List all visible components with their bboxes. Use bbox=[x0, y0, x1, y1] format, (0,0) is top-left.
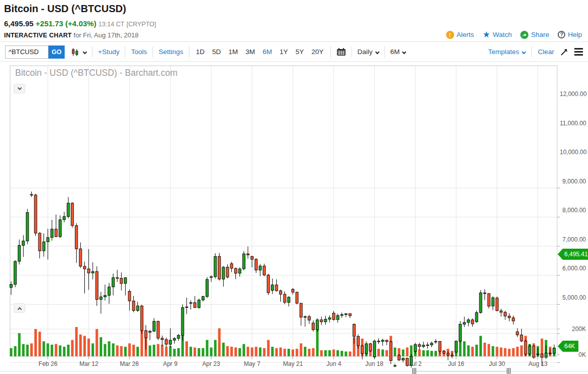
date-axis-label: Apr 23 bbox=[195, 360, 227, 367]
price-axis-label: 10,000.00 bbox=[560, 149, 586, 156]
barchart-interactive-chart-page: Bitcoin - USD (^BTCUSD) 6,495.95 +251.73… bbox=[0, 0, 588, 374]
date-axis-label: Jul 2 bbox=[399, 360, 431, 367]
date-axis-label: May 7 bbox=[236, 360, 268, 367]
price-axis-label: 9,000.00 bbox=[560, 178, 586, 185]
date-axis-label: Jun 18 bbox=[358, 360, 390, 367]
price-axis-label: 5,000.00 bbox=[560, 294, 586, 301]
scrollbar-right-handle[interactable] bbox=[507, 368, 511, 374]
date-axis-label: Mar 26 bbox=[113, 360, 145, 367]
price-axis-label: 7,000.00 bbox=[560, 236, 586, 243]
expand-volume-pane-button[interactable] bbox=[14, 303, 25, 313]
scrollbar-left-handle[interactable] bbox=[412, 368, 416, 374]
price-axis-label: 8,000.00 bbox=[560, 207, 586, 214]
date-axis-label: Mar 12 bbox=[73, 360, 105, 367]
candlestick-chart[interactable] bbox=[0, 0, 588, 374]
volume-axis-label: 200K bbox=[560, 325, 586, 333]
date-axis-label: Apr 9 bbox=[154, 360, 186, 367]
chart-watermark: Bitcoin - USD (^BTCUSD) - Barchart.com bbox=[15, 68, 177, 78]
chevron-down-icon bbox=[17, 86, 21, 90]
candles bbox=[10, 192, 556, 367]
price-axis-label: 12,000.00 bbox=[560, 90, 586, 98]
collapse-price-pane-button[interactable] bbox=[14, 84, 25, 93]
date-axis-label: Feb 26 bbox=[32, 360, 64, 367]
price-axis-label: 11,000.00 bbox=[560, 120, 586, 127]
volume-bars bbox=[10, 321, 556, 356]
date-axis-label: Jun 4 bbox=[318, 360, 350, 367]
volume-axis-label: 0K bbox=[560, 351, 586, 358]
date-axis-label: Jul 16 bbox=[440, 360, 472, 367]
date-axis-label: May 21 bbox=[277, 360, 309, 367]
last-price-badge: 6,495.41 bbox=[558, 249, 588, 260]
date-axis-label: Jul 30 bbox=[481, 360, 513, 367]
price-axis-label: 6,000.00 bbox=[560, 265, 586, 272]
chevron-up-icon bbox=[17, 307, 21, 311]
time-scrollbar-range[interactable] bbox=[414, 371, 509, 371]
date-axis-label: Aug 13 bbox=[522, 360, 554, 367]
